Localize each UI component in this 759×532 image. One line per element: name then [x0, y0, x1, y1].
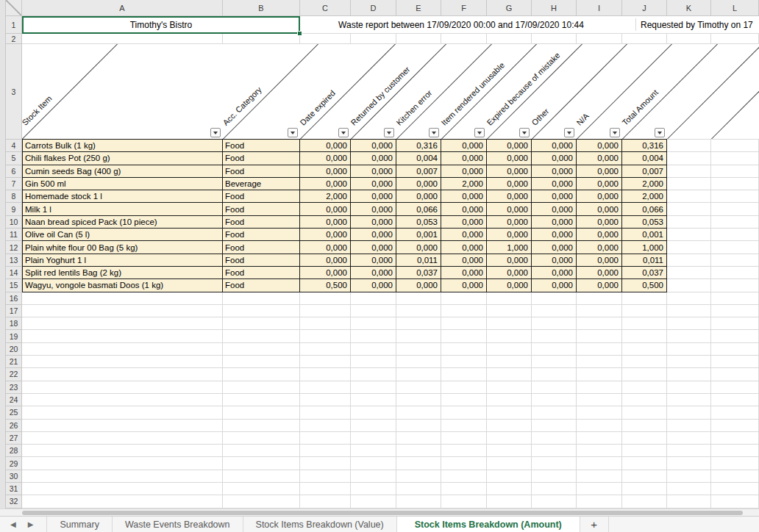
cell-G19[interactable]: [487, 330, 532, 342]
column-header-E[interactable]: E: [396, 0, 441, 16]
cell-H15[interactable]: 0,000: [532, 279, 577, 292]
cell-C22[interactable]: [300, 368, 351, 381]
cell-E22[interactable]: [396, 368, 441, 381]
cell-C9[interactable]: 0,000: [300, 203, 351, 215]
cell-B26[interactable]: [223, 420, 300, 432]
cell-F14[interactable]: 0,000: [441, 267, 487, 279]
cell-G17[interactable]: [487, 305, 532, 317]
cell-J5[interactable]: 0,004: [622, 152, 667, 165]
cell-H13[interactable]: 0,000: [532, 254, 577, 267]
cell-L23[interactable]: [711, 381, 759, 394]
cell-J17[interactable]: [622, 305, 667, 317]
cell-E5[interactable]: 0,004: [396, 152, 441, 165]
cell-L19[interactable]: [711, 330, 759, 342]
cell-K31[interactable]: [667, 483, 711, 495]
cell-G29[interactable]: [487, 457, 532, 470]
cell-F6[interactable]: 0,000: [441, 165, 487, 178]
cell-E19[interactable]: [396, 330, 441, 342]
cell-E8[interactable]: 0,000: [396, 190, 441, 203]
cell-D23[interactable]: [351, 381, 396, 394]
cell-H20[interactable]: [532, 343, 577, 356]
cell-G30[interactable]: [487, 470, 532, 483]
cell-A24[interactable]: [22, 394, 223, 406]
cell-J18[interactable]: [622, 317, 667, 330]
scrollbar-thumb[interactable]: [22, 511, 743, 515]
cell-K23[interactable]: [667, 381, 711, 394]
cell-B11[interactable]: Food: [223, 229, 300, 241]
cell-A4[interactable]: Carrots Bulk (1 kg): [22, 140, 223, 152]
row-header-23[interactable]: 23: [6, 381, 22, 394]
cell-D5[interactable]: 0,000: [351, 152, 396, 165]
row-header-25[interactable]: 25: [6, 406, 22, 419]
cell-E14[interactable]: 0,037: [396, 267, 441, 279]
cell-L24[interactable]: [711, 394, 759, 406]
cell-H22[interactable]: [532, 368, 577, 381]
cell-B14[interactable]: Food: [223, 267, 300, 279]
filter-button-F[interactable]: [474, 128, 485, 137]
row-header-32[interactable]: 32: [6, 495, 22, 508]
cell-C11[interactable]: 0,000: [300, 229, 351, 241]
cell-I26[interactable]: [577, 420, 622, 432]
cell-B2[interactable]: [223, 34, 300, 44]
cell-H27[interactable]: [532, 432, 577, 445]
row-header-10[interactable]: 10: [6, 216, 22, 229]
cell-F11[interactable]: 0,000: [441, 229, 487, 241]
cell-K4[interactable]: [667, 140, 711, 152]
cell-H31[interactable]: [532, 483, 577, 495]
cell-A19[interactable]: [22, 330, 223, 342]
cell-I30[interactable]: [577, 470, 622, 483]
cell-J23[interactable]: [622, 381, 667, 394]
cell-D17[interactable]: [351, 305, 396, 317]
cell-I22[interactable]: [577, 368, 622, 381]
cell-D11[interactable]: 0,000: [351, 229, 396, 241]
cell-K6[interactable]: [667, 165, 711, 178]
cell-D31[interactable]: [351, 483, 396, 495]
cell-D4[interactable]: 0,000: [351, 140, 396, 152]
cell-B8[interactable]: Food: [223, 190, 300, 203]
cell-B9[interactable]: Food: [223, 203, 300, 215]
cell-L27[interactable]: [711, 432, 759, 445]
cell-J10[interactable]: 0,053: [622, 216, 667, 229]
cell-E2[interactable]: [396, 34, 441, 44]
cell-C30[interactable]: [300, 470, 351, 483]
filter-button-A[interactable]: [210, 128, 221, 137]
column-header-C[interactable]: C: [300, 0, 351, 16]
cell-E18[interactable]: [396, 317, 441, 330]
cell-title[interactable]: Timothy's Bistro: [22, 16, 300, 34]
cell-I4[interactable]: 0,000: [577, 140, 622, 152]
cell-I9[interactable]: 0,000: [577, 203, 622, 215]
cell-G31[interactable]: [487, 483, 532, 495]
cell-J24[interactable]: [622, 394, 667, 406]
row-header-22[interactable]: 22: [6, 368, 22, 381]
cell-E24[interactable]: [396, 394, 441, 406]
cell-E29[interactable]: [396, 457, 441, 470]
cell-B22[interactable]: [223, 368, 300, 381]
cell-A11[interactable]: Olive oil Can (5 l): [22, 229, 223, 241]
cell-C29[interactable]: [300, 457, 351, 470]
row-header-9[interactable]: 9: [6, 203, 22, 215]
row-header-24[interactable]: 24: [6, 394, 22, 406]
cell-G6[interactable]: 0,000: [487, 165, 532, 178]
cell-B18[interactable]: [223, 317, 300, 330]
cell-A26[interactable]: [22, 420, 223, 432]
cell-F16[interactable]: [441, 292, 487, 305]
cell-K14[interactable]: [667, 267, 711, 279]
cell-D2[interactable]: [351, 34, 396, 44]
cell-I6[interactable]: 0,000: [577, 165, 622, 178]
cell-A29[interactable]: [22, 457, 223, 470]
cell-C26[interactable]: [300, 420, 351, 432]
cell-J4[interactable]: 0,316: [622, 140, 667, 152]
cell-K13[interactable]: [667, 254, 711, 267]
cell-K5[interactable]: [667, 152, 711, 165]
cell-F20[interactable]: [441, 343, 487, 356]
filter-button-D[interactable]: [384, 128, 394, 137]
cell-L22[interactable]: [711, 368, 759, 381]
cell-I23[interactable]: [577, 381, 622, 394]
cell-G32[interactable]: [487, 495, 532, 508]
cell-H4[interactable]: 0,000: [532, 140, 577, 152]
cell-H18[interactable]: [532, 317, 577, 330]
cell-C13[interactable]: 0,000: [300, 254, 351, 267]
cell-F7[interactable]: 2,000: [441, 178, 487, 190]
cell-K8[interactable]: [667, 190, 711, 203]
row-header-18[interactable]: 18: [6, 317, 22, 330]
